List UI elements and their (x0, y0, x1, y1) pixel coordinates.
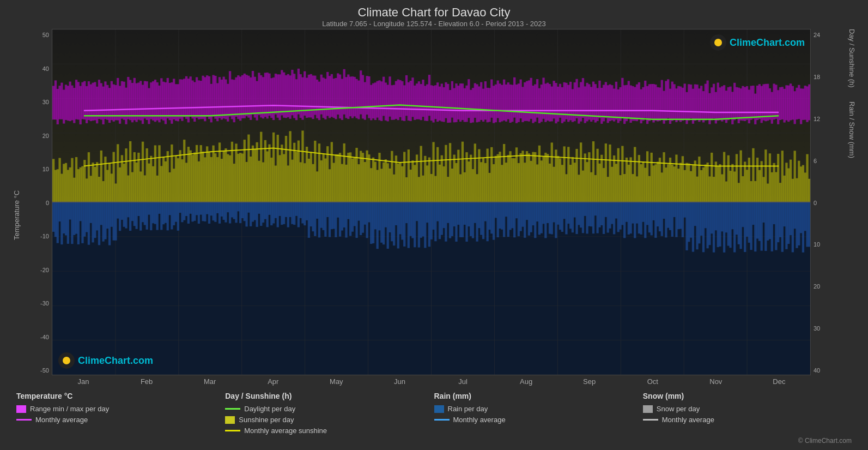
x-month-jul: Jul (431, 377, 494, 387)
legend-label-sunshine-avg: Monthly average sunshine (244, 427, 327, 435)
y-tick-m50: -50 (22, 367, 49, 374)
x-month-apr: Apr (241, 377, 305, 387)
chart-area-wrapper: Temperature °C 50 40 30 20 10 0 -10 -20 … (11, 29, 857, 387)
y-axis-title-right-bottom: Rain / Snow (mm) (846, 101, 857, 172)
legend-swatch-sunshine (225, 416, 235, 424)
x-month-feb: Feb (115, 377, 178, 387)
y-tick-m10: -10 (22, 233, 49, 239)
chart-canvas-wrapper: ClimeChart.com ClimeChart.com (52, 29, 811, 375)
y-axis-title-right-top: Day / Sunshine (h) (846, 29, 857, 101)
y-tick-50: 50 (22, 32, 49, 38)
legend-label-temp-avg: Monthly average (35, 416, 88, 424)
legend-label-sunshine-swatch: Sunshine per day (239, 416, 294, 424)
legend-label-snow-avg: Monthly average (662, 416, 714, 424)
chart-subtitle: Latitude 7.065 - Longitude 125.574 - Ele… (11, 20, 857, 28)
legend-item-snow-swatch: Snow per day (643, 405, 852, 413)
svg-point-1 (714, 39, 722, 46)
y-rtick-24: 24 (814, 32, 846, 38)
legend-title-rain: Rain (mm) (434, 392, 643, 400)
legend-title-temperature: Temperature °C (16, 392, 225, 400)
legend-label-temp-range: Range min / max per day (30, 405, 109, 413)
y-axis-title-left: Temperature °C (11, 29, 22, 387)
y-tick-40: 40 (22, 65, 49, 72)
legend-line-rain-avg (434, 419, 450, 421)
chart-middle: ClimeChart.com ClimeChart.com Jan (52, 29, 811, 387)
y-rtick-0: 0 (814, 200, 846, 206)
chart-title: Climate Chart for Davao City (11, 5, 857, 20)
y-rtick-40: 40 (814, 367, 846, 374)
y-tick-m30: -30 (22, 300, 49, 307)
y-axis-left: 50 40 30 20 10 0 -10 -20 -30 -40 -50 (22, 29, 52, 387)
legend-swatch-temp-range (16, 405, 26, 413)
legend-section-temperature: Temperature °C Range min / max per day M… (16, 392, 225, 435)
legend-swatch-snow (643, 405, 653, 413)
x-month-dec: Dec (748, 377, 811, 387)
legend-item-rain-swatch: Rain per day (434, 405, 643, 413)
legend-line-sunshine-avg (225, 430, 240, 431)
x-month-nov: Nov (684, 377, 748, 387)
x-axis: Jan Feb Mar Apr May Jun Jul Aug Sep Oct … (52, 375, 811, 387)
legend-line-snow-avg (643, 419, 658, 421)
y-tick-0: 0 (22, 200, 49, 206)
legend-label-rain-swatch: Rain per day (448, 405, 488, 413)
legend-swatch-rain (434, 405, 444, 413)
climate-chart-canvas (52, 29, 810, 375)
watermark-text-bottom: ClimeChart.com (78, 355, 153, 367)
legend-section-snow: Snow (mm) Snow per day Monthly average (643, 392, 852, 435)
watermark-logo-icon-bottom (58, 352, 75, 369)
legend-line-temp-avg (16, 419, 32, 421)
y-axis-right-top: 24 18 12 6 0 10 20 30 40 (811, 29, 846, 387)
x-month-oct: Oct (621, 377, 684, 387)
legend-item-snow-avg: Monthly average (643, 416, 852, 424)
y-tick-m40: -40 (22, 334, 49, 340)
y-rtick-18: 18 (814, 74, 846, 80)
legend-title-sunshine: Day / Sunshine (h) (225, 392, 434, 400)
legend-item-rain-avg: Monthly average (434, 416, 643, 424)
watermark-logo-icon (709, 34, 727, 51)
x-month-jan: Jan (52, 377, 115, 387)
legend-item-sunshine-avg: Monthly average sunshine (225, 427, 434, 435)
legend-line-daylight (225, 408, 240, 410)
x-month-sep: Sep (558, 377, 621, 387)
y-tick-20: 20 (22, 133, 49, 139)
legend-item-temp-avg: Monthly average (16, 416, 225, 424)
y-tick-30: 30 (22, 99, 49, 105)
legend-section-rain: Rain (mm) Rain per day Monthly average (434, 392, 643, 435)
legend-label-daylight: Daylight per day (244, 405, 295, 413)
y-rtick-6: 6 (814, 158, 846, 164)
y-tick-10: 10 (22, 166, 49, 172)
y-rtick-12: 12 (814, 116, 846, 122)
legend-section-sunshine: Day / Sunshine (h) Daylight per day Suns… (225, 392, 434, 435)
legend-item-daylight: Daylight per day (225, 405, 434, 413)
svg-point-3 (63, 357, 70, 364)
x-month-may: May (305, 377, 368, 387)
x-month-mar: Mar (178, 377, 241, 387)
legend-title-snow: Snow (mm) (643, 392, 852, 400)
watermark-text-top: ClimeChart.com (730, 37, 805, 49)
right-axis-titles: Day / Sunshine (h) Rain / Snow (mm) (846, 29, 857, 387)
page-container: Climate Chart for Davao City Latitude 7.… (0, 0, 868, 450)
legend-label-snow-swatch: Snow per day (657, 405, 700, 413)
y-tick-m20: -20 (22, 267, 49, 273)
watermark-bottom: ClimeChart.com (58, 352, 153, 369)
legend-item-sunshine-swatch: Sunshine per day (225, 416, 434, 424)
y-rtick-20: 20 (814, 283, 846, 290)
watermark-top: ClimeChart.com (709, 34, 805, 51)
legend-label-rain-avg: Monthly average (453, 416, 506, 424)
y-rtick-10: 10 (814, 241, 846, 248)
y-rtick-30: 30 (814, 325, 846, 332)
legend: Temperature °C Range min / max per day M… (11, 392, 857, 435)
legend-item-temp-range: Range min / max per day (16, 405, 225, 413)
copyright: © ClimeChart.com (11, 437, 857, 445)
x-month-aug: Aug (495, 377, 558, 387)
chart-header: Climate Chart for Davao City Latitude 7.… (11, 5, 857, 28)
x-month-jun: Jun (368, 377, 431, 387)
